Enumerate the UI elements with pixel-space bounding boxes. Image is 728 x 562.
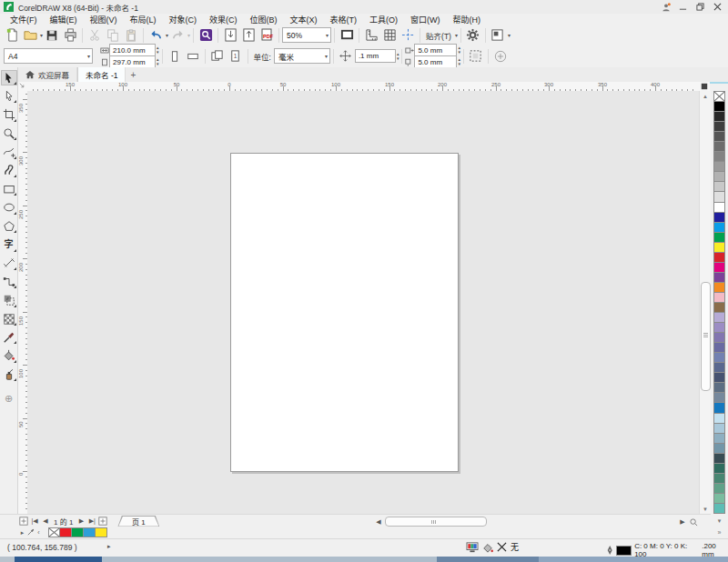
palette-swatch[interactable] [713, 243, 725, 253]
palette-swatch[interactable] [713, 132, 725, 142]
menu-edit[interactable]: 编辑(E) [44, 14, 84, 25]
document-page[interactable] [230, 153, 459, 472]
show-rulers-button[interactable] [362, 26, 380, 44]
outline-color-swatch[interactable] [616, 546, 632, 556]
palette-swatch[interactable] [713, 192, 725, 202]
drop-shadow-tool[interactable] [1, 293, 17, 308]
docpalette-swatch[interactable] [84, 527, 96, 537]
vertical-scroll-thumb[interactable] [701, 282, 711, 391]
save-button[interactable] [43, 26, 61, 44]
menu-text[interactable]: 文本(X) [284, 14, 324, 25]
docpalette-swatch[interactable] [60, 527, 72, 537]
open-button[interactable] [21, 26, 39, 44]
nudge-spinner[interactable]: ▴▾ [397, 52, 399, 61]
menu-view[interactable]: 视图(V) [84, 14, 124, 25]
palette-swatch[interactable] [713, 273, 725, 283]
palette-swatch[interactable] [713, 504, 725, 514]
page-1-tab[interactable]: 页 1 [117, 516, 159, 527]
connector-tool[interactable] [1, 274, 17, 289]
treat-as-filled-button[interactable] [467, 47, 485, 65]
minimize-button[interactable] [674, 1, 692, 14]
palette-swatch[interactable] [713, 142, 725, 152]
palette-swatch[interactable] [713, 303, 725, 313]
snap-to-label[interactable]: 贴齐(T) [426, 30, 451, 41]
page-size-combo[interactable]: A4▾ [4, 48, 93, 64]
palette-swatch[interactable] [713, 373, 725, 383]
palette-swatch[interactable] [713, 383, 725, 393]
vertical-scrollbar[interactable]: ▲ ▼ [699, 91, 711, 514]
customize-toolbox-button[interactable]: ⊕ [1, 391, 17, 406]
docpalette-eyedropper-icon[interactable] [26, 528, 35, 537]
fill-color-icon[interactable] [482, 542, 493, 553]
tab-welcome-screen[interactable]: 欢迎屏幕 [18, 67, 77, 82]
palette-swatch[interactable] [713, 343, 725, 353]
duplicate-x-spinner[interactable]: ▴▾ [458, 45, 460, 55]
palette-swatch[interactable] [713, 223, 725, 233]
palette-swatch[interactable] [713, 313, 725, 323]
crop-tool[interactable] [1, 107, 17, 123]
menu-table[interactable]: 表格(T) [324, 14, 364, 25]
palette-swatch[interactable] [713, 213, 725, 223]
publish-pdf-button[interactable]: PDF [258, 26, 276, 44]
add-page-after-button[interactable] [97, 516, 108, 527]
palette-swatch[interactable] [713, 102, 725, 112]
palette-swatch[interactable] [713, 424, 725, 434]
page-width-spinner[interactable]: ▴▾ [157, 45, 159, 55]
show-grid-button[interactable] [380, 26, 399, 44]
duplicate-y-spinner[interactable]: ▴▾ [458, 57, 460, 66]
menu-window[interactable]: 窗口(W) [404, 14, 447, 25]
horizontal-scroll-thumb[interactable] [385, 517, 487, 527]
all-pages-button[interactable] [208, 47, 227, 65]
new-document-button[interactable] [3, 26, 21, 44]
landscape-button[interactable] [184, 47, 202, 65]
docpalette-swatch[interactable] [72, 527, 84, 537]
ellipse-tool[interactable] [1, 200, 17, 216]
zoom-level-combo[interactable]: 50%▾ [282, 27, 331, 43]
swatch-no-color[interactable] [713, 91, 725, 102]
palette-swatch[interactable] [713, 353, 725, 363]
palette-swatch[interactable] [713, 323, 725, 333]
options-gear-icon[interactable] [464, 26, 482, 44]
tab-document[interactable]: 未命名 -1 [77, 67, 126, 82]
polygon-tool[interactable] [1, 218, 17, 234]
nudge-distance-field[interactable]: .1 mm [355, 49, 396, 63]
add-page-before-button[interactable] [18, 516, 29, 527]
palette-scroll-down-icon[interactable]: ▾ [718, 515, 722, 527]
palette-swatch[interactable] [713, 233, 725, 243]
current-page-button[interactable]: 1 [227, 47, 245, 65]
statusbar-flyout-arrow[interactable]: ▸ [107, 543, 111, 550]
undo-button[interactable] [147, 26, 165, 44]
ruler-options-icon[interactable] [699, 82, 710, 91]
palette-swatch[interactable] [713, 162, 725, 172]
page-height-spinner[interactable]: ▴▾ [157, 57, 159, 66]
palette-swatch[interactable] [713, 283, 725, 293]
menu-layout[interactable]: 布局(L) [124, 14, 163, 25]
palette-swatch[interactable] [713, 182, 725, 192]
horizontal-scrollbar[interactable]: ◀ ▶ [373, 516, 699, 527]
palette-swatch[interactable] [713, 363, 725, 373]
menu-bitmaps[interactable]: 位图(B) [244, 14, 284, 25]
docpalette-swatch[interactable] [96, 527, 107, 537]
palette-expand-icon[interactable]: » [718, 527, 722, 538]
restore-button[interactable] [692, 1, 709, 14]
snap-to-dropdown-arrow[interactable]: ▾ [455, 32, 458, 38]
palette-swatch[interactable] [713, 403, 725, 413]
color-proof-icon[interactable] [466, 542, 479, 553]
menu-tools[interactable]: 工具(O) [363, 14, 404, 25]
fullscreen-preview-button[interactable] [338, 26, 356, 44]
search-content-button[interactable] [197, 26, 215, 44]
color-eyedropper-tool[interactable] [1, 329, 17, 345]
transparency-tool[interactable] [1, 311, 17, 326]
menu-effects[interactable]: 效果(C) [203, 14, 244, 25]
account-icon[interactable] [657, 1, 674, 14]
text-tool[interactable]: 字 [1, 237, 17, 253]
export-button[interactable] [239, 26, 258, 44]
portrait-button[interactable] [166, 47, 184, 65]
palette-swatch[interactable] [713, 393, 725, 403]
palette-swatch[interactable] [713, 203, 725, 213]
smart-fill-tool[interactable] [1, 366, 17, 382]
parallel-dimension-tool[interactable] [1, 256, 17, 271]
palette-swatch[interactable] [713, 253, 725, 263]
palette-swatch[interactable] [713, 444, 725, 454]
welcome-plus-icon[interactable] [491, 47, 510, 65]
